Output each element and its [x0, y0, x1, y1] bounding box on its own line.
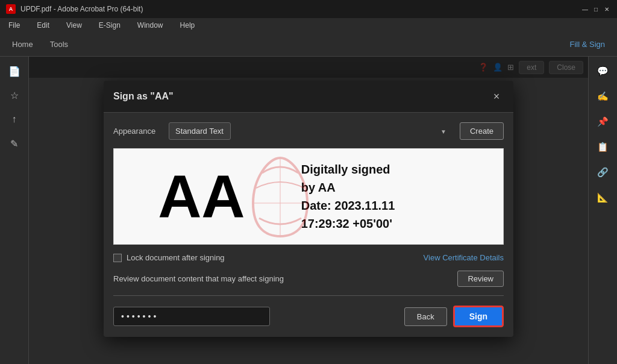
- bottom-row: Back Sign: [113, 306, 504, 327]
- rs-icon-measure[interactable]: 📐: [594, 188, 613, 207]
- appearance-select-wrapper: Standard Text: [169, 122, 453, 140]
- minimize-button[interactable]: —: [581, 5, 589, 13]
- app-icon: A: [6, 4, 16, 14]
- adobe-watermark: [250, 155, 322, 238]
- rs-icon-pen[interactable]: ✍: [594, 87, 613, 106]
- nav-bar: Home Tools Fill & Sign: [0, 33, 617, 57]
- review-row: Review document content that may affect …: [113, 271, 504, 296]
- appearance-row: Appearance Standard Text Create: [113, 122, 504, 140]
- sidebar-icon-document[interactable]: 📄: [5, 61, 24, 81]
- sidebar-icon-upload[interactable]: ↑: [5, 110, 24, 129]
- sidebar-icon-bookmark[interactable]: ☆: [5, 86, 24, 105]
- close-window-button[interactable]: ✕: [603, 5, 611, 13]
- tab-home[interactable]: Home: [7, 37, 38, 51]
- sig-initials: AA: [158, 166, 245, 227]
- maximize-button[interactable]: □: [592, 5, 600, 13]
- back-button[interactable]: Back: [404, 307, 447, 326]
- left-sidebar: 📄 ☆ ↑ ✎: [0, 57, 29, 364]
- rs-icon-comment[interactable]: 💬: [594, 61, 613, 81]
- appearance-select[interactable]: Standard Text: [169, 122, 231, 140]
- title-bar-left: A UPDF.pdf - Adobe Acrobat Pro (64-bit): [6, 4, 143, 14]
- sign-button[interactable]: Sign: [453, 306, 504, 327]
- create-button[interactable]: Create: [460, 122, 504, 140]
- dialog-body: Appearance Standard Text Create AA: [104, 113, 513, 337]
- menu-help[interactable]: Help: [177, 20, 199, 31]
- lock-label: Lock document after signing: [127, 253, 225, 262]
- dialog-title: Sign as "AA": [113, 91, 174, 102]
- dialog-header: Sign as "AA" ×: [104, 81, 513, 113]
- lock-row: Lock document after signing View Certifi…: [113, 253, 504, 262]
- window-title: UPDF.pdf - Adobe Acrobat Pro (64-bit): [20, 5, 143, 13]
- sidebar-icon-edit[interactable]: ✎: [5, 134, 24, 153]
- review-button[interactable]: Review: [457, 271, 504, 287]
- right-sidebar: 💬 ✍ 📌 📋 🔗 📐: [588, 57, 617, 364]
- bottom-buttons: Back Sign: [404, 306, 504, 327]
- window-controls[interactable]: — □ ✕: [581, 5, 611, 13]
- menu-file[interactable]: File: [5, 20, 23, 31]
- rs-icon-link[interactable]: 🔗: [594, 163, 613, 182]
- modal-overlay: Sign as "AA" × Appearance Standard Text …: [29, 57, 588, 364]
- menu-window[interactable]: Window: [134, 20, 167, 31]
- signature-preview: AA: [113, 148, 504, 245]
- rs-icon-attachment[interactable]: 📌: [594, 112, 613, 131]
- fill-sign-label: Fill & Sign: [565, 37, 610, 51]
- title-bar: A UPDF.pdf - Adobe Acrobat Pro (64-bit) …: [0, 0, 617, 18]
- rs-icon-form[interactable]: 📋: [594, 137, 613, 157]
- dialog-close-button[interactable]: ×: [489, 89, 504, 104]
- menu-edit[interactable]: Edit: [33, 20, 53, 31]
- content-area: ❓ 👤 ⊞ ext Close Sign as "AA" × Appearanc…: [29, 57, 588, 364]
- cert-details-link[interactable]: View Certificate Details: [424, 253, 504, 262]
- lock-checkbox[interactable]: [113, 254, 122, 262]
- password-input[interactable]: [113, 307, 270, 326]
- tab-tools[interactable]: Tools: [45, 37, 73, 51]
- lock-left: Lock document after signing: [113, 253, 225, 262]
- review-label: Review document content that may affect …: [113, 274, 284, 283]
- menu-esign[interactable]: E-Sign: [95, 20, 124, 31]
- main-area: 📄 ☆ ↑ ✎ ❓ 👤 ⊞ ext Close Sign as "AA" ×: [0, 57, 617, 364]
- menu-view[interactable]: View: [63, 20, 86, 31]
- menu-bar: File Edit View E-Sign Window Help: [0, 18, 617, 33]
- sign-dialog: Sign as "AA" × Appearance Standard Text …: [104, 81, 513, 337]
- appearance-label: Appearance: [113, 127, 161, 136]
